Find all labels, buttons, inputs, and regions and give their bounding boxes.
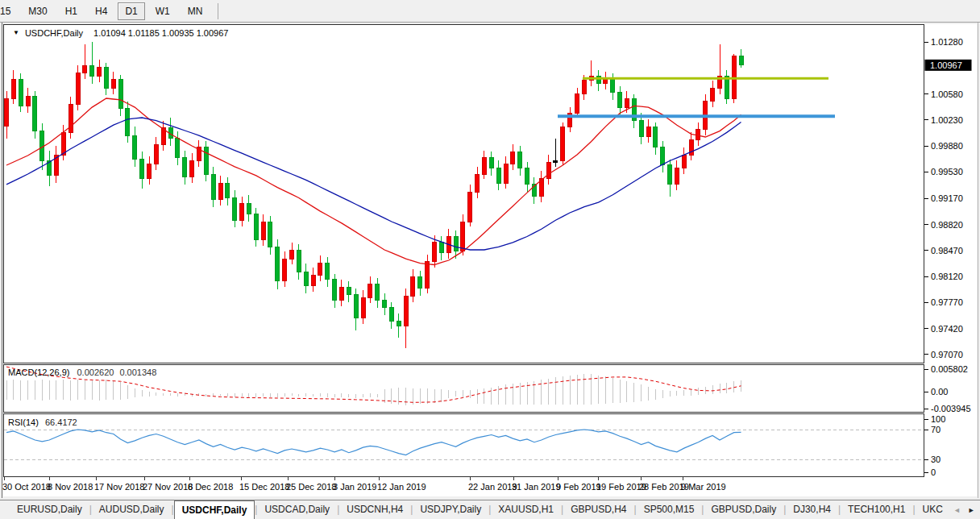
price-axis-label: 0.99530 [931, 167, 963, 176]
date-axis-label: 27 Nov 2018 [143, 482, 193, 492]
macd-signal-value: 0.001348 [119, 367, 156, 377]
rsi-value: 66.4172 [45, 417, 77, 427]
chart-tab-bar: EURUSD,Daily|AUDUSD,Daily|USDCHF,Daily|U… [0, 500, 980, 519]
toolbar-button-mn[interactable]: MN [181, 2, 210, 20]
tab-usdchf-daily[interactable]: USDCHF,Daily [174, 500, 255, 519]
chart-title: ▼ USDCHF,Daily 1.01094 1.01185 1.00935 1… [13, 28, 228, 38]
toolbar-button-h1[interactable]: H1 [58, 2, 85, 20]
price-axis-label: 0.98820 [931, 220, 963, 230]
date-axis-label: 17 Nov 2018 [94, 482, 144, 492]
date-axis-label: 6 Dec 2018 [188, 482, 233, 492]
tab-tech100-h1[interactable]: TECH100,H1 [841, 500, 912, 519]
toolbar-button-d1[interactable]: D1 [118, 2, 144, 20]
price-axis-label: 0.97770 [931, 297, 963, 307]
tab-gbpusd-daily[interactable]: GBPUSD,Daily [704, 500, 783, 519]
macd-main-value: 0.002620 [77, 367, 114, 377]
rsi-indicator-label: RSI(14) 66.4172 [8, 417, 77, 427]
date-axis-label: 12 Jan 2019 [377, 482, 426, 492]
tab-usdcad-daily[interactable]: USDCAD,Daily [257, 500, 337, 519]
price-axis-label: 0.99880 [931, 141, 963, 151]
date-axis-label: 15 Dec 2018 [239, 482, 289, 492]
date-axis-label: 30 Oct 2018 [2, 482, 51, 492]
timeframe-toolbar: 15M30H1H4D1W1MN [0, 0, 980, 23]
date-axis-label: 31 Jan 2019 [512, 482, 561, 492]
date-axis-label: 3 Jan 2019 [333, 482, 376, 492]
tab-ukc[interactable]: UKC [916, 500, 950, 519]
toolbar-button-m30[interactable]: M30 [21, 2, 54, 20]
toolbar-button-h4[interactable]: H4 [88, 2, 114, 20]
rsi-axis-label: 70 [931, 425, 941, 434]
toolbar-button-w1[interactable]: W1 [148, 2, 177, 20]
tab-usdjpy-daily[interactable]: USDJPY,Daily [413, 500, 488, 519]
macd-name: MACD(12,26,9) [8, 367, 69, 377]
macd-indicator-label: MACD(12,26,9) 0.002620 0.001348 [8, 367, 156, 377]
date-axis-label: 25 Dec 2018 [286, 482, 336, 492]
rsi-axis-label: 0 [931, 467, 936, 477]
tab-scroll-arrows: ◄► [950, 500, 980, 519]
tab-xauusd-h1[interactable]: XAUUSD,H1 [491, 500, 561, 519]
tab-eurusd-daily[interactable]: EURUSD,Daily [10, 500, 89, 519]
mt4-window: { "toolbar": { "timeframes": [ {"label":… [0, 0, 980, 519]
macd-axis-label: 0.005802 [931, 364, 968, 374]
date-axis-label: 9 Mar 2019 [681, 482, 726, 492]
rsi-axis-label: 30 [931, 455, 941, 464]
price-axis-label: 1.01280 [931, 37, 963, 47]
chart-ohlc-values: 1.01094 1.01185 1.00935 1.00967 [93, 28, 228, 38]
tab-audusd-daily[interactable]: AUDUSD,Daily [92, 500, 172, 519]
tab-scroll-right-icon[interactable]: ► [968, 506, 975, 514]
date-axis-label: 22 Jan 2019 [468, 482, 517, 492]
chart-symbol-label: USDCHF,Daily [25, 28, 83, 38]
toolbar-separator [218, 3, 218, 19]
tab-scroll-left-icon[interactable]: ◄ [953, 506, 961, 514]
price-axis-label: 0.98470 [931, 246, 963, 255]
toolbar-button-15[interactable]: 15 [0, 2, 18, 20]
macd-axis-label: -0.003945 [931, 404, 971, 413]
chart-dropdown-icon[interactable]: ▼ [13, 30, 19, 36]
price-axis-label: 1.00230 [931, 115, 963, 125]
price-axis-label: 0.97070 [931, 350, 963, 359]
price-axis-label: 0.99170 [931, 193, 963, 203]
chart-canvas[interactable]: 1.012801.005801.002300.998800.995300.991… [0, 0, 980, 519]
tab-dj30-h4[interactable]: DJ30,H4 [786, 500, 838, 519]
rsi-axis-label: 100 [931, 414, 945, 424]
price-axis-label: 1.00580 [931, 89, 963, 99]
svg-text:1.00967: 1.00967 [930, 60, 962, 70]
price-axis-label: 0.97420 [931, 324, 963, 334]
tab-usdcnh-h4[interactable]: USDCNH,H4 [339, 500, 410, 519]
tab-sp500-m15[interactable]: SP500,M15 [637, 500, 702, 519]
rsi-name: RSI(14) [8, 417, 39, 427]
price-axis-label: 0.98120 [931, 272, 963, 281]
date-axis-label: 8 Nov 2018 [48, 482, 93, 492]
tab-gbpusd-h4[interactable]: GBPUSD,H4 [563, 500, 633, 519]
macd-axis-label: 0.00 [931, 387, 948, 397]
date-axis-label: 9 Feb 2019 [556, 482, 601, 492]
